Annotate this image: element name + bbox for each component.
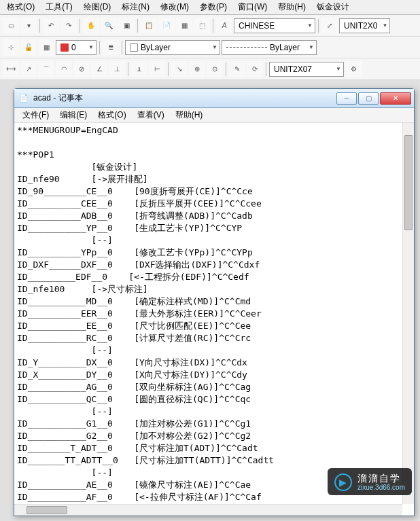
tool-tolerance-icon[interactable]: ⊕ [189, 61, 205, 77]
notepad-titlebar[interactable]: 📄 acad - 记事本 ─ ▢ ✕ [14, 89, 414, 108]
np-menu-view[interactable]: 查看(V) [132, 107, 170, 123]
tool-snap-icon[interactable]: ⊹ [3, 39, 19, 56]
np-menu-format[interactable]: 格式(O) [92, 107, 131, 123]
tool-pan-icon[interactable]: ✋ [83, 18, 99, 34]
tool-misc-icon[interactable]: ⬚ [194, 18, 210, 34]
tool-rect-icon[interactable]: ▭ [3, 18, 19, 34]
cad-menu-help[interactable]: 帮助(H) [273, 0, 311, 15]
np-menu-edit[interactable]: 编辑(E) [54, 107, 92, 123]
color-swatch-icon [130, 43, 138, 52]
tool-dim-continue-icon[interactable]: ⊢ [149, 61, 165, 77]
toolbar-separator [226, 62, 226, 76]
cad-menu-format[interactable]: 格式(O) [1, 0, 40, 15]
toolbar-separator [168, 62, 169, 76]
cad-menubar: 格式(O) 工具(T) 绘图(D) 标注(N) 修改(M) 参数(P) 窗口(W… [0, 0, 420, 15]
window-controls: ─ ▢ ✕ [336, 92, 414, 105]
tool-dim-diameter-icon[interactable]: ⊘ [73, 61, 90, 77]
tool-center-icon[interactable]: ⊙ [207, 61, 223, 77]
tool-leader-icon[interactable]: ↘ [171, 61, 188, 77]
tool-dim-linear-icon[interactable]: ⟷ [3, 61, 19, 77]
toolbar-separator [80, 19, 80, 33]
vertical-scrollbar[interactable] [402, 123, 414, 504]
cad-menu-tools[interactable]: 工具(T) [40, 0, 77, 15]
notepad-app-icon: 📄 [18, 93, 29, 104]
tool-layer-icon[interactable]: ▦ [176, 18, 192, 34]
np-menu-file[interactable]: 文件(F) [17, 107, 54, 123]
cad-toolbar-3: ⟷ ↗ ⌒ ◠ ⊘ ∠ ⊥ ⫫ ⊢ ↘ ⊕ ⊙ ✎ ⟳ UNIT2X07 ⚙ [0, 58, 420, 80]
tool-dim-angle-icon[interactable]: ∠ [91, 61, 107, 77]
watermark-badge: ▶ 溜溜自学 zixue.3d66.com [328, 468, 412, 495]
tool-dim-ord-icon[interactable]: ⊥ [109, 61, 125, 77]
bylayer-label: ByLayer [141, 43, 171, 52]
tool-dim-aligned-icon[interactable]: ↗ [20, 61, 37, 77]
notepad-menubar: 文件(F) 编辑(E) 格式(O) 查看(V) 帮助(H) [14, 108, 414, 123]
unit-combo-b[interactable]: UNIT2X07 [269, 62, 344, 77]
notepad-content-area: ***MENUGROUP=EngCAD ***POP1 [钣金设计] ID_nf… [14, 123, 414, 516]
tool-grid-icon[interactable]: ▦ [38, 39, 54, 56]
horizontal-scrollbar[interactable] [14, 504, 402, 516]
layer-combo[interactable]: 0 [56, 40, 97, 55]
tool-dim-radius-icon[interactable]: ◠ [56, 61, 72, 77]
cad-menu-sheetmetal[interactable]: 钣金设计 [311, 0, 355, 15]
toolbar-separator [137, 19, 138, 33]
tool-dimupdate-icon[interactable]: ⟳ [247, 61, 263, 77]
tool-layerprops-icon[interactable]: ≣ [103, 39, 119, 56]
scroll-thumb-v[interactable] [404, 135, 413, 230]
notepad-window: 📄 acad - 记事本 ─ ▢ ✕ 文件(F) 编辑(E) 格式(O) 查看(… [14, 88, 415, 516]
font-combo[interactable]: CHINESE [234, 18, 315, 33]
toolbar-separator [318, 19, 319, 33]
close-button[interactable]: ✕ [380, 92, 411, 105]
cad-toolbar-2: ⊹ 🔓 ▦ 0 ≣ ByLayer ByLayer [0, 37, 420, 58]
tool-copy-icon[interactable]: 📋 [141, 18, 157, 34]
toolbar-separator [39, 19, 40, 33]
cad-menu-modify[interactable]: 修改(M) [155, 0, 194, 15]
tool-dimedit-icon[interactable]: ✎ [229, 61, 245, 77]
maximize-button[interactable]: ▢ [358, 92, 379, 105]
toolbar-separator [99, 41, 100, 54]
notepad-title: acad - 记事本 [33, 92, 336, 104]
cad-menu-draw[interactable]: 绘图(D) [78, 0, 117, 15]
tool-redo-icon[interactable]: ↷ [60, 18, 77, 34]
color-swatch-icon [60, 43, 69, 52]
notepad-text[interactable]: ***MENUGROUP=EngCAD ***POP1 [钣金设计] ID_nf… [14, 123, 414, 516]
tool-dim-arc-icon[interactable]: ⌒ [38, 61, 54, 77]
tool-dim-baseline-icon[interactable]: ⫫ [131, 61, 147, 77]
tool-scale-icon[interactable]: ⤢ [321, 18, 338, 34]
linetype-combo[interactable]: ByLayer [222, 40, 317, 55]
toolbar-separator [122, 41, 122, 54]
toolbar-separator [128, 62, 128, 76]
bylayer2-label: ByLayer [270, 43, 300, 52]
cad-menu-param[interactable]: 参数(P) [194, 0, 232, 15]
cad-menu-dim[interactable]: 标注(N) [116, 0, 155, 15]
tool-undo-icon[interactable]: ↶ [43, 18, 59, 34]
cad-menu-window[interactable]: 窗口(W) [232, 0, 273, 15]
tool-dimstyle-icon[interactable]: ⚙ [345, 61, 362, 77]
tool-paste-icon[interactable]: 📄 [158, 18, 175, 34]
np-menu-help[interactable]: 帮助(H) [170, 107, 209, 123]
cad-toolbar-1: ▭ ▾ ↶ ↷ ✋ 🔍 ▣ 📋 📄 ▦ ⬚ A CHINESE ⤢ UNIT2X… [0, 15, 420, 37]
unit-combo-a[interactable]: UNIT2X0 [339, 18, 390, 33]
tool-zoom-icon[interactable]: 🔍 [101, 18, 117, 34]
toolbar-separator [266, 62, 266, 76]
watermark-url: zixue.3d66.com [357, 484, 405, 491]
bylayer-combo[interactable]: ByLayer [125, 40, 220, 55]
tool-text-icon[interactable]: A [216, 18, 232, 34]
watermark-brand: 溜溜自学 [357, 473, 405, 484]
minimize-button[interactable]: ─ [336, 92, 357, 105]
watermark-text: 溜溜自学 zixue.3d66.com [357, 473, 405, 491]
tool-lock-icon[interactable]: 🔓 [20, 39, 37, 56]
watermark-logo-icon: ▶ [334, 473, 352, 491]
line-swatch-icon [226, 47, 267, 48]
scroll-thumb-h[interactable] [27, 506, 67, 514]
toolbar-separator [213, 19, 213, 33]
tool-select-icon[interactable]: ▣ [118, 18, 135, 34]
tool-dropdown-icon[interactable]: ▾ [20, 18, 37, 34]
